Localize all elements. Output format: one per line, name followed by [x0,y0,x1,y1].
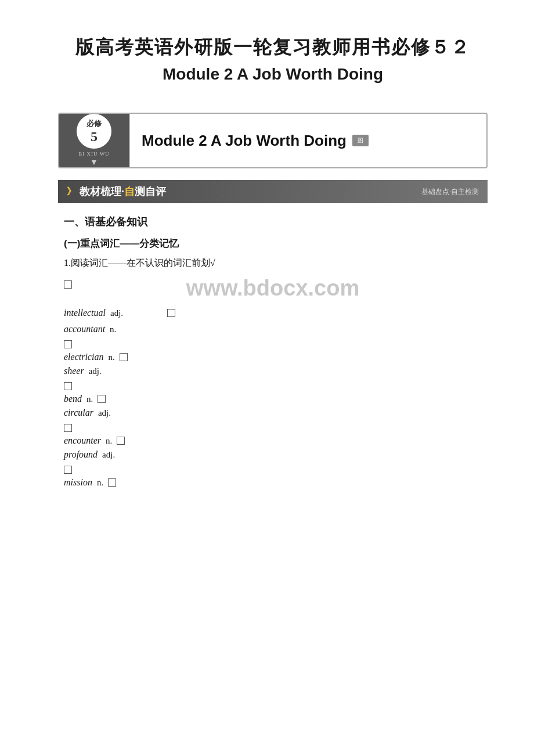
badge-pinyin: BI XIU WU [78,151,109,157]
pos-sheer: adj. [89,366,102,376]
banner-text-part1: 教材梳理· [80,186,124,197]
vocab-item-1: intellectual adj. [64,308,482,318]
module-icon: 图 [352,135,369,146]
module-title-text: Module 2 A Job Worth Doing [142,132,347,150]
banner-left: 》 教材梳理·自测自评 [67,185,166,199]
word-mission: mission [64,477,92,488]
pos-circular: adj. [98,408,111,418]
vocab-item-3: electrician n. sheer adj. [64,340,482,376]
checkbox-bend[interactable] [98,395,106,403]
checkbox-mission[interactable] [108,478,116,487]
vocab-item-5: encounter n. profound adj. [64,424,482,460]
pos-accountant: n. [110,325,116,334]
instruction-text: 1.阅读词汇——在不认识的词汇前划√ [64,257,482,269]
vocab-item-6: mission n. [64,466,482,488]
checkbox-pre-mission[interactable] [64,466,72,474]
page-title-section: 版高考英语外研版一轮复习教师用书必修５２ Module 2 A Job Wort… [58,35,488,84]
checkbox-encounter[interactable] [117,437,125,445]
badge-number: 5 [91,129,98,145]
pos-encounter: n. [106,436,112,446]
module-card: 必修 5 BI XIU WU ▼ Module 2 A Job Worth Do… [58,113,488,168]
word-electrician: electrician [64,352,103,362]
pos-electrician: n. [108,352,114,362]
section-heading-1: 一、语基必备知识 [64,215,482,229]
word-sheer: sheer [64,366,84,376]
sub-heading-1: (一)重点词汇——分类记忆 [64,237,482,250]
section-banner: 》 教材梳理·自测自评 基础盘点·自主检测 [58,180,488,203]
checkbox-intellectual[interactable] [167,309,175,317]
pos-mission: n. [97,478,103,488]
pos-intellectual: adj. [110,308,123,318]
checkbox-pre-bend[interactable] [64,382,72,390]
checkbox-pre-electrician[interactable] [64,340,72,348]
module-badge: 必修 5 BI XIU WU ▼ [59,114,129,167]
watermark-container: www.bdocx.com [64,279,482,302]
module-title-box: Module 2 A Job Worth Doing 图 [129,114,486,167]
word-bend: bend [64,394,82,404]
banner-highlight: 自 [124,186,135,197]
checkbox-0[interactable] [64,280,72,289]
word-circular: circular [64,408,93,418]
content-area: 一、语基必备知识 (一)重点词汇——分类记忆 1.阅读词汇——在不认识的词汇前划… [58,215,488,488]
badge-circle: 必修 5 [77,114,111,149]
pos-profound: adj. [102,450,115,460]
watermark-text: www.bdocx.com [186,276,359,301]
word-intellectual: intellectual [64,308,106,318]
pos-bend: n. [86,394,93,404]
checkbox-electrician[interactable] [120,353,128,361]
word-encounter: encounter [64,435,101,446]
word-accountant: accountant [64,324,105,334]
banner-right-text: 基础盘点·自主检测 [421,187,479,197]
vocab-item-2: accountant n. [64,324,482,334]
word-profound: profound [64,449,98,460]
page-title-line2: Module 2 A Job Worth Doing [58,65,488,84]
checkbox-pre-encounter[interactable] [64,424,72,432]
badge-arrow-icon: ▼ [90,158,98,167]
banner-arrow-icon: 》 [67,186,76,198]
badge-bixiu-text: 必修 [86,118,102,129]
banner-text: 教材梳理·自测自评 [80,185,166,199]
banner-text-part2: 测自评 [135,186,166,197]
page-title-line1: 版高考英语外研版一轮复习教师用书必修５２ [58,35,488,60]
vocab-item-4: bend n. circular adj. [64,382,482,418]
